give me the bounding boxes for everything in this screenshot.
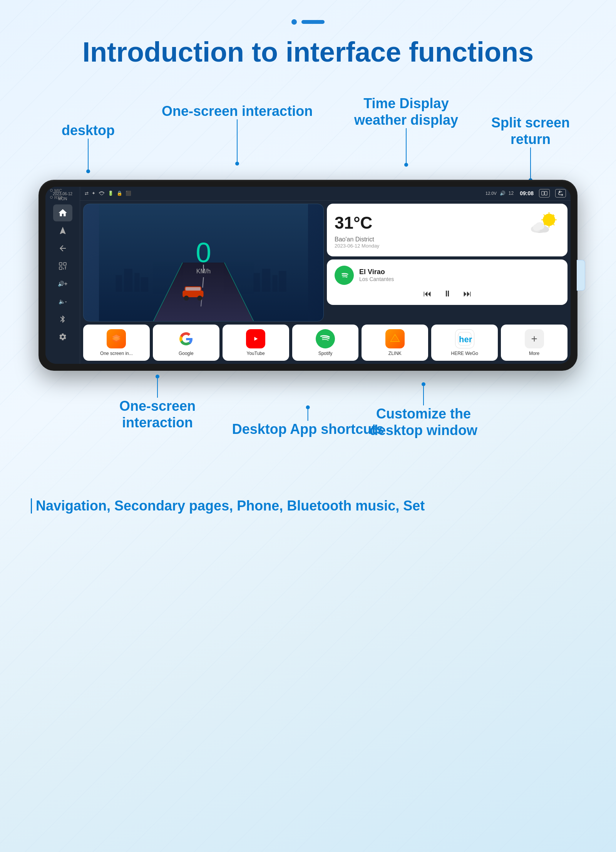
right-column: 31°C [327, 204, 567, 321]
svg-rect-14 [134, 273, 139, 292]
device: MIC RST 2023-06-12MON [38, 180, 578, 371]
mic-dot [50, 189, 53, 192]
zlink-app-icon [385, 329, 405, 348]
shortcuts-line [308, 409, 308, 421]
google-svg [179, 332, 192, 345]
content-grid: 0 KM/h 31°C [80, 201, 571, 364]
app-youtube-label: YouTube [247, 351, 265, 356]
sidebar-vol-down-icon[interactable]: 🔈- [53, 293, 72, 310]
more-plus-symbol: + [531, 333, 537, 345]
speed-widget: 0 KM/h [83, 204, 324, 321]
app-zlink[interactable]: ZLINK [362, 325, 428, 361]
status-lock-icon: 🔒 [117, 191, 122, 196]
app-one-screen[interactable]: One screen in... [83, 325, 150, 361]
dot-circle [291, 19, 297, 25]
shortcuts-annotation: Desktop App shortcuts [232, 405, 384, 437]
desktop-line [88, 139, 89, 169]
app-here-wego[interactable]: here HERE WeGo [431, 325, 498, 361]
one-screen-top-label: One-screen interaction [162, 103, 313, 119]
desktop-dot [86, 169, 90, 173]
location-name: Bao'an District [335, 236, 560, 243]
time-display-label: Time Displayweather display [354, 95, 458, 128]
customize-annotation: Customize thedesktop window [370, 382, 477, 439]
layers-svg [110, 333, 122, 345]
pause-button[interactable]: ⏸ [443, 289, 452, 299]
side-pull-tab[interactable] [577, 260, 585, 291]
sidebar-home-icon[interactable] [53, 204, 72, 221]
app-google-label: Google [179, 351, 194, 356]
temperature: 31°C [335, 213, 372, 233]
sidebar-settings-icon[interactable] [53, 328, 72, 345]
svg-rect-2 [59, 267, 62, 269]
music-artist: Los Cantantes [359, 276, 394, 282]
svg-rect-13 [124, 269, 132, 292]
status-speaker-icon: 🔊 [500, 191, 506, 196]
status-battery-num: 12 [509, 191, 514, 196]
app-google[interactable]: Google [153, 325, 219, 361]
google-app-icon [176, 329, 196, 348]
one-screen-top-line [237, 119, 238, 162]
sidebar-apps-icon[interactable] [53, 258, 72, 275]
shortcuts-label: Desktop App shortcuts [232, 421, 384, 437]
one-screen-bottom-label: One-screeninteraction [119, 398, 196, 431]
svg-rect-24 [186, 287, 201, 291]
speed-unit: KM/h [196, 268, 211, 275]
sidebar-nav-icon[interactable] [53, 222, 72, 239]
page-container: Introduction to interface functions desk… [0, 0, 616, 852]
split-icon-svg [541, 191, 547, 196]
one-screen-app-icon [107, 329, 126, 348]
rst-label: RST [54, 195, 63, 200]
svg-point-43 [319, 333, 331, 345]
more-app-icon: + [525, 329, 544, 348]
music-controls: ⏮ ⏸ ⏭ [335, 289, 560, 299]
back-svg [58, 244, 67, 253]
svg-line-31 [553, 224, 554, 225]
one-screen-bottom-line [157, 378, 158, 398]
status-bar: ⇄ ✦ 🔋 🔒 ⬛ 12.0V 🔊 [80, 187, 571, 201]
mic-label: MIC [54, 188, 62, 193]
spotify-icon-svg [338, 269, 350, 281]
customize-dot [422, 382, 425, 386]
dot-line [301, 20, 325, 24]
vol-down-symbol: 🔈- [59, 298, 67, 305]
app-row: One screen in... [83, 325, 567, 361]
music-title: El Virao [359, 268, 394, 276]
device-outer: MIC RST 2023-06-12MON [38, 180, 578, 371]
nav-label-row: Navigation, Secondary pages, Phone, Blue… [31, 498, 593, 514]
here-app-icon: here [455, 329, 474, 348]
vol-up-symbol: 🔊+ [58, 281, 67, 287]
app-youtube[interactable]: YouTube [223, 325, 289, 361]
app-more-label: More [529, 351, 539, 356]
svg-rect-16 [254, 273, 260, 292]
svg-text:here: here [459, 335, 472, 344]
status-time: 09:08 [520, 190, 534, 196]
svg-point-23 [197, 296, 202, 301]
app-spotify-label: Spotify [318, 351, 333, 356]
sidebar-vol-up-icon[interactable]: 🔊+ [53, 275, 72, 292]
music-widget: El Virao Los Cantantes ⏮ ⏸ ⏭ [327, 259, 567, 305]
split-screen-button[interactable] [539, 189, 550, 198]
return-icon-svg [557, 191, 564, 196]
mic-indicator: MIC [50, 188, 63, 193]
svg-point-38 [533, 224, 541, 231]
nav-bar [31, 498, 32, 514]
app-more[interactable]: + More [501, 325, 567, 361]
settings-svg [59, 333, 67, 341]
status-exchange-icon: ⇄ [85, 191, 89, 196]
time-display-annotation: Time Displayweather display [354, 95, 458, 167]
next-button[interactable]: ⏭ [463, 289, 472, 299]
top-indicator [23, 12, 593, 28]
svg-rect-18 [273, 275, 278, 291]
spotify-app-icon [316, 329, 335, 348]
weather-icon [529, 211, 560, 234]
return-button[interactable] [555, 189, 566, 198]
here-svg: here [457, 331, 472, 346]
weather-date: 2023-06-12 Monday [335, 243, 560, 249]
one-screen-top-dot [235, 162, 239, 166]
sidebar-back-icon[interactable] [53, 240, 72, 257]
prev-button[interactable]: ⏮ [423, 289, 432, 299]
app-spotify[interactable]: Spotify [292, 325, 359, 361]
sidebar-bluetooth-icon[interactable] [53, 311, 72, 328]
device-inner: 2023-06-12MON [45, 187, 571, 364]
time-display-dot [404, 163, 408, 167]
